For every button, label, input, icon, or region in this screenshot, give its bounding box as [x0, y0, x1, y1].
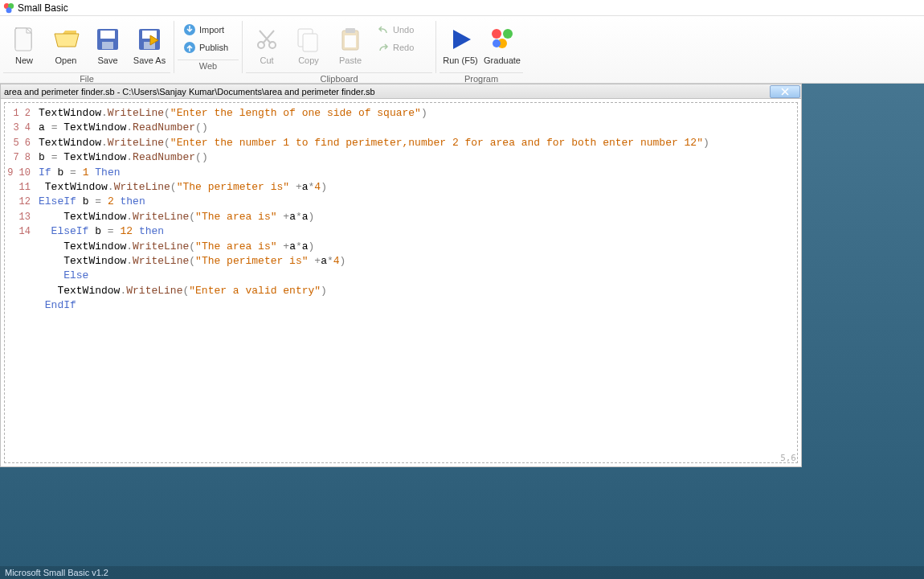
run-button[interactable]: Run (F5) [440, 18, 481, 72]
redo-button[interactable]: Redo [373, 39, 431, 56]
status-bar: Microsoft Small Basic v1.2 [0, 566, 924, 579]
import-icon [183, 23, 196, 36]
redo-icon [377, 41, 390, 54]
line-number-gutter: 1 2 3 4 5 6 7 8 9 10 11 12 13 14 [5, 103, 35, 462]
code-area[interactable]: TextWindow.WriteLine("Enter the length o… [35, 103, 797, 462]
svg-rect-18 [345, 35, 356, 47]
run-label: Run (F5) [443, 55, 477, 65]
publish-label: Publish [199, 43, 228, 52]
app-title: Small Basic [18, 2, 68, 14]
publish-button[interactable]: Publish [179, 39, 237, 56]
redo-label: Redo [393, 43, 414, 52]
copy-icon [294, 25, 323, 54]
ribbon-group-program: Run (F5) Graduate Program [440, 18, 523, 83]
publish-icon [183, 41, 196, 54]
cut-label: Cut [260, 55, 273, 65]
svg-rect-8 [142, 31, 157, 39]
group-label-web: Web [178, 60, 239, 71]
svg-point-2 [6, 7, 12, 13]
cut-button[interactable]: Cut [246, 18, 288, 72]
import-label: Import [199, 25, 224, 35]
import-button[interactable]: Import [179, 21, 237, 39]
new-label: New [15, 55, 33, 65]
group-label-program: Program [440, 72, 523, 84]
paste-label: Paste [339, 55, 362, 65]
save-icon [93, 25, 122, 54]
close-icon [781, 88, 789, 96]
undo-button[interactable]: Undo [373, 21, 431, 39]
open-button[interactable]: Open [45, 18, 87, 72]
svg-rect-15 [303, 34, 317, 51]
graduate-icon [488, 25, 517, 54]
ribbon-group-web: Import Publish Web [178, 18, 239, 83]
saveas-button[interactable]: Save As [129, 18, 170, 72]
open-label: Open [55, 55, 77, 65]
saveas-icon [135, 25, 164, 54]
cursor-position: 5,6 [780, 453, 796, 463]
app-icon [3, 2, 14, 14]
svg-rect-5 [100, 31, 115, 39]
ribbon-separator [242, 21, 243, 73]
status-version: Microsoft Small Basic v1.2 [5, 568, 108, 577]
new-button[interactable]: New [3, 18, 45, 72]
paste-button[interactable]: Paste [329, 18, 371, 72]
saveas-label: Save As [133, 55, 166, 65]
undo-label: Undo [393, 25, 414, 35]
svg-point-19 [492, 29, 501, 39]
clipboard-icon [336, 25, 365, 54]
undo-icon [377, 23, 390, 36]
folder-open-icon [51, 25, 80, 54]
graduate-button[interactable]: Graduate [481, 18, 523, 72]
svg-point-20 [503, 29, 513, 39]
ribbon-separator [435, 21, 436, 73]
copy-button[interactable]: Copy [288, 18, 329, 72]
group-label-clipboard: Clipboard [246, 72, 432, 84]
copy-label: Copy [298, 55, 319, 65]
code-editor[interactable]: 1 2 3 4 5 6 7 8 9 10 11 12 13 14 TextWin… [0, 98, 802, 467]
play-icon [446, 25, 475, 54]
document-tab[interactable]: area and perimeter finder.sb - C:\Users\… [0, 84, 802, 98]
group-label-file: File [3, 72, 170, 84]
title-bar: Small Basic [0, 0, 924, 16]
ribbon-group-clipboard: Cut Copy Paste Undo [246, 18, 432, 83]
ribbon-toolbar: New Open Save Save As File [0, 16, 924, 84]
document-title: area and perimeter finder.sb - C:\Users\… [4, 87, 375, 96]
document-close-button[interactable] [770, 85, 800, 98]
svg-point-22 [493, 39, 501, 47]
svg-rect-6 [102, 42, 113, 49]
save-label: Save [97, 55, 117, 65]
ribbon-group-file: New Open Save Save As File [3, 18, 170, 83]
graduate-label: Graduate [484, 55, 521, 65]
svg-rect-17 [345, 28, 355, 33]
new-document-icon [10, 25, 39, 54]
scissors-icon [252, 25, 281, 54]
ribbon-separator [174, 21, 174, 73]
save-button[interactable]: Save [87, 18, 129, 72]
